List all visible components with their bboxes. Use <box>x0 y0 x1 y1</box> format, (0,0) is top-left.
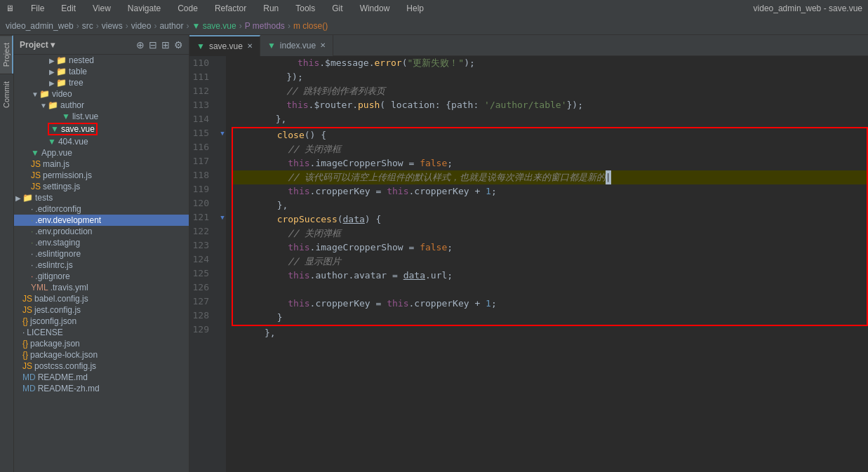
tree-label-app-vue: App.vue <box>41 148 72 158</box>
js-icon-jest: JS <box>22 305 32 315</box>
add-icon[interactable]: ⊕ <box>136 39 145 50</box>
tree-item-editorconfig[interactable]: ▶ · .editorconfig <box>14 203 189 215</box>
tree-item-main-js[interactable]: ▶ JS main.js <box>14 159 189 170</box>
line-num-110: 110 <box>189 56 213 70</box>
tree-label-babel: babel.config.js <box>34 294 88 304</box>
tree-item-settings-js[interactable]: ▶ JS settings.js <box>14 181 189 192</box>
md-icon-readme-zh: MD <box>22 384 36 393</box>
folder-icon-tree: 📁 <box>56 78 67 88</box>
code-line-124: // 显示图片 <box>233 255 867 269</box>
menu-run[interactable]: Run <box>260 2 281 15</box>
code-line-113: this.$router.push( location: {path: '/au… <box>232 98 868 112</box>
menu-git[interactable]: Git <box>329 2 345 15</box>
sidebar: Project ▾ ⊕ ⊟ ⊞ ⚙ ▶ 📁 nested ▶ 📁 table ▶… <box>14 35 189 472</box>
code-line-112: // 跳转到创作者列表页 <box>232 84 868 98</box>
breadcrumb-methods[interactable]: P methods <box>245 21 285 31</box>
menu-view[interactable]: View <box>90 2 114 15</box>
breadcrumb-author[interactable]: author <box>159 21 183 31</box>
tree-item-video[interactable]: ▼ 📁 video <box>14 88 189 100</box>
tree-item-save-vue[interactable]: ▼ save.vue <box>14 122 189 136</box>
tree-item-env-prod[interactable]: ▶ · .env.production <box>14 226 189 237</box>
tree-item-readme[interactable]: MD README.md <box>14 372 189 383</box>
menu-window[interactable]: Window <box>357 2 393 15</box>
vue-icon-404: ▼ <box>48 137 56 147</box>
breadcrumb-save-vue[interactable]: ▼ save.vue <box>192 21 236 31</box>
menu-tools[interactable]: Tools <box>293 2 318 15</box>
tree-item-env-staging[interactable]: ▶ · .env.staging <box>14 237 189 248</box>
js-icon-settings: JS <box>31 182 41 191</box>
code-lines[interactable]: this.$message.error("更新失败！"); }); // 跳转到… <box>226 56 868 472</box>
env-icon-dev: · <box>31 215 33 225</box>
tree-item-eslintignore[interactable]: ▶ · .eslintignore <box>14 248 189 259</box>
tree-item-gitignore[interactable]: ▶ · .gitignore <box>14 271 189 282</box>
tab-save-vue[interactable]: ▼ save.vue ✕ <box>189 35 260 56</box>
tree-item-eslintrc[interactable]: ▶ · .eslintrc.js <box>14 259 189 271</box>
tree-item-jsconfig[interactable]: {} jsconfig.json <box>14 316 189 327</box>
settings-icon[interactable]: ⚙ <box>174 39 183 50</box>
tree-item-app-vue[interactable]: ▶ ▼ App.vue <box>14 147 189 159</box>
tab-index-vue[interactable]: ▼ index.vue ✕ <box>260 35 333 56</box>
tree-item-author[interactable]: ▼ 📁 author <box>14 100 189 111</box>
tree-item-babel[interactable]: JS babel.config.js <box>14 293 189 304</box>
tree-item-nested[interactable]: ▶ 📁 nested <box>14 55 189 66</box>
tree-item-package-json[interactable]: {} package.json <box>14 338 189 349</box>
menubar: 🖥 File Edit View Navigate Code Refactor … <box>0 0 868 17</box>
tree-label-travis: .travis.yml <box>51 283 88 292</box>
tree-item-license[interactable]: · LICENSE <box>14 327 189 338</box>
code-editor[interactable]: 110 111 112 113 114 115 116 117 118 119 … <box>189 56 868 472</box>
code-line-114: }, <box>232 112 868 126</box>
env-icon-prod: · <box>31 227 33 236</box>
line-num-116: 116 <box>189 140 213 154</box>
tree-label-gitignore: .gitignore <box>35 271 69 281</box>
tree-item-tree[interactable]: ▶ 📁 tree <box>14 77 189 88</box>
tree-item-list-vue[interactable]: ▶ ▼ list.vue <box>14 111 189 122</box>
tab-label-index: index.vue <box>280 41 316 50</box>
tree-item-env-dev[interactable]: ▶ · .env.development <box>14 215 189 226</box>
breadcrumb-views[interactable]: views <box>102 21 123 31</box>
code-line-123: this.imageCropperShow = false; <box>233 241 867 255</box>
js-icon-babel: JS <box>22 294 32 304</box>
breadcrumb-close[interactable]: m close() <box>293 21 328 31</box>
js-icon-main: JS <box>31 159 41 169</box>
json-icon-package-lock: {} <box>22 350 28 360</box>
tab-close-save[interactable]: ✕ <box>247 42 253 50</box>
menu-code[interactable]: Code <box>175 2 201 15</box>
tree-item-travis[interactable]: ▶ YML .travis.yml <box>14 282 189 293</box>
tree-item-tests[interactable]: ▶ 📁 tests <box>14 192 189 203</box>
sidebar-actions: ⊕ ⊟ ⊞ ⚙ <box>136 39 183 50</box>
tree-label-nested: nested <box>69 55 94 65</box>
dot-icon-eslintrc: · <box>31 260 33 270</box>
breadcrumb: video_admin_web › src › views › video › … <box>0 17 868 35</box>
tree-label-main-js: main.js <box>43 159 69 169</box>
menu-edit[interactable]: Edit <box>58 2 79 15</box>
tree-item-readme-zh[interactable]: MD README-zh.md <box>14 383 189 394</box>
tab-vue-icon-save: ▼ <box>196 41 205 51</box>
tree-item-package-lock[interactable]: {} package-lock.json <box>14 349 189 360</box>
side-tab-project[interactable]: Project <box>0 35 13 74</box>
breadcrumb-src[interactable]: src <box>82 21 93 31</box>
menu-refactor[interactable]: Refactor <box>212 2 249 15</box>
window-title: video_admin_web - save.vue <box>754 4 862 13</box>
collapse-icon[interactable]: ⊟ <box>149 39 157 50</box>
expand-icon[interactable]: ⊞ <box>161 39 170 50</box>
menu-help[interactable]: Help <box>403 2 427 15</box>
line-num-120: 120 <box>189 196 213 210</box>
breadcrumb-root[interactable]: video_admin_web <box>6 21 74 31</box>
menu-file[interactable]: File <box>28 2 47 15</box>
tree-label-tree: tree <box>69 78 84 88</box>
line-num-114: 114 <box>189 112 213 126</box>
side-tab-commit[interactable]: Commit <box>0 74 13 115</box>
tree-item-permission-js[interactable]: ▶ JS permission.js <box>14 170 189 181</box>
tree-label-404: 404.vue <box>58 137 88 147</box>
tree-item-jest[interactable]: JS jest.config.js <box>14 304 189 316</box>
tree-label-jsconfig: jsconfig.json <box>30 316 76 326</box>
js-icon-postcss: JS <box>22 361 32 371</box>
arrow-author: ▼ <box>39 102 48 109</box>
tab-close-index[interactable]: ✕ <box>320 41 326 49</box>
menu-navigate[interactable]: Navigate <box>125 2 163 15</box>
tree-label-eslintignore: .eslintignore <box>35 249 81 259</box>
tree-item-postcss[interactable]: JS postcss.config.js <box>14 360 189 372</box>
tree-item-table[interactable]: ▶ 📁 table <box>14 66 189 77</box>
tree-item-404[interactable]: ▶ ▼ 404.vue <box>14 136 189 147</box>
breadcrumb-video[interactable]: video <box>131 21 152 31</box>
